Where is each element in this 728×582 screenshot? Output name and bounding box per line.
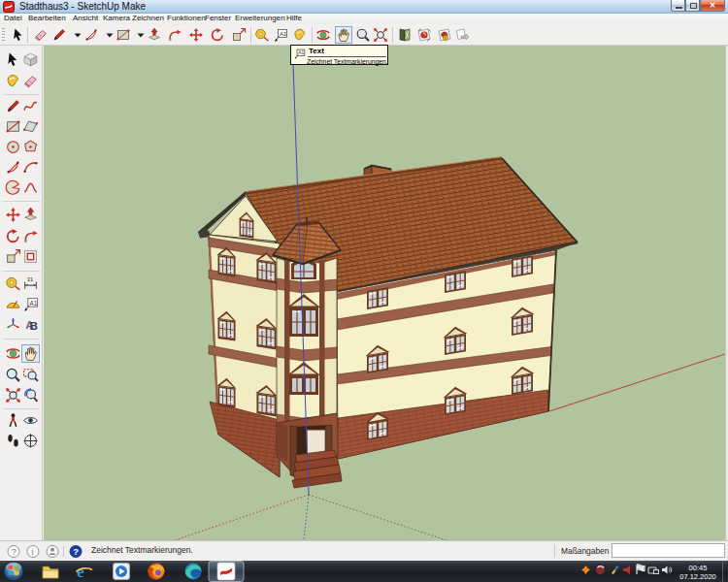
- svg-text:A1: A1: [298, 50, 304, 55]
- svg-text:i: i: [32, 547, 34, 557]
- svg-text:07.12.2020: 07.12.2020: [679, 572, 716, 581]
- svg-text:?: ?: [12, 547, 17, 557]
- svg-text:e: e: [77, 563, 84, 581]
- svg-text:?: ?: [73, 546, 79, 557]
